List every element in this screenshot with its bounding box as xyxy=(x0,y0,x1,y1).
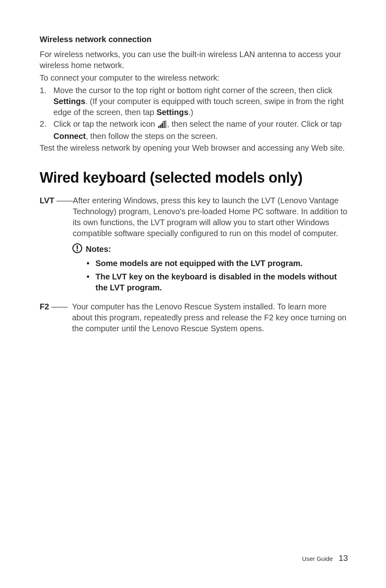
paragraph-connect-intro: To connect your computer to the wireless… xyxy=(40,72,348,83)
page-footer: User Guide 13 xyxy=(302,552,348,564)
step-1-number: 1. xyxy=(40,85,53,118)
svg-rect-0 xyxy=(158,126,159,128)
attention-icon xyxy=(72,243,83,256)
note-1: • Some models are not equipped with the … xyxy=(87,258,348,269)
subheading-wireless: Wireless network connection xyxy=(40,34,348,45)
svg-rect-2 xyxy=(161,123,163,128)
lvt-key-label: LVT —— xyxy=(40,195,73,239)
svg-point-7 xyxy=(76,249,78,251)
svg-rect-6 xyxy=(77,245,78,249)
bullet-dot: • xyxy=(87,271,95,293)
notes-bullets: • Some models are not equipped with the … xyxy=(87,258,348,293)
step-2-number: 2. xyxy=(40,119,53,142)
svg-rect-4 xyxy=(165,121,166,128)
note-1-text: Some models are not equipped with the LV… xyxy=(95,258,303,269)
bullet-dot: • xyxy=(87,258,95,269)
lvt-description: After entering Windows, press this key t… xyxy=(73,195,348,239)
step-2-text: Click or tap the network icon , then sel… xyxy=(53,119,348,142)
notes-label-row: Notes: xyxy=(72,243,348,256)
note-2-text: The LVT key on the keyboard is disabled … xyxy=(95,271,348,293)
lvt-row: LVT —— After entering Windows, press thi… xyxy=(40,195,348,239)
steps-list: 1. Move the cursor to the top right or b… xyxy=(40,85,348,142)
svg-rect-1 xyxy=(160,125,161,128)
network-signal-icon xyxy=(158,120,166,131)
step-1-text: Move the cursor to the top right or bott… xyxy=(53,85,348,118)
paragraph-wireless-intro: For wireless networks, you can use the b… xyxy=(40,49,348,71)
footer-page-number: 13 xyxy=(339,553,348,562)
step-1: 1. Move the cursor to the top right or b… xyxy=(40,85,348,118)
f2-key-label: F2 —— xyxy=(40,301,72,334)
heading-wired-keyboard: Wired keyboard (selected models only) xyxy=(40,168,348,188)
paragraph-test-wireless: Test the wireless network by opening you… xyxy=(40,143,348,153)
f2-description: Your computer has the Lenovo Rescue Syst… xyxy=(72,301,348,334)
note-2: • The LVT key on the keyboard is disable… xyxy=(87,271,348,293)
footer-label: User Guide xyxy=(302,555,333,562)
svg-rect-3 xyxy=(163,121,164,128)
notes-label: Notes: xyxy=(86,244,111,255)
notes-block: Notes: • Some models are not equipped wi… xyxy=(72,243,348,294)
f2-row: F2 —— Your computer has the Lenovo Rescu… xyxy=(40,301,348,334)
step-2: 2. Click or tap the network icon , then … xyxy=(40,119,348,142)
